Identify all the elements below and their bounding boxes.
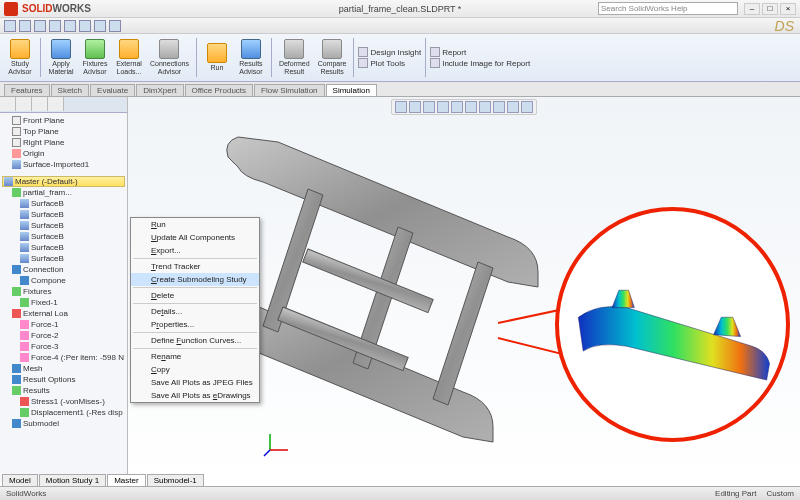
tab-features[interactable]: Features: [4, 84, 50, 96]
tree-results[interactable]: Results: [2, 385, 125, 396]
ds-logo-icon: DS: [775, 18, 794, 34]
tree-submodel[interactable]: Submodel: [2, 418, 125, 429]
connections-advisor-button[interactable]: ConnectionsAdvisor: [147, 36, 192, 79]
menu-copy[interactable]: Copy: [131, 363, 259, 376]
status-units: Custom: [766, 489, 794, 498]
tree-surfacebody[interactable]: SurfaceB: [2, 220, 125, 231]
tree-force[interactable]: Force-2: [2, 330, 125, 341]
tab-simulation[interactable]: Simulation: [326, 84, 377, 96]
tree-surfacebody[interactable]: SurfaceB: [2, 198, 125, 209]
tab-submodel[interactable]: Submodel-1: [147, 474, 204, 486]
submodel-callout: [555, 207, 790, 442]
menu-define-function-curves[interactable]: Define Function Curves...: [131, 334, 259, 347]
tab-flow-simulation[interactable]: Flow Simulation: [254, 84, 324, 96]
tree-force4[interactable]: Force-4 (:Per item: -598 N: [2, 352, 125, 363]
feature-tree-panel: Front Plane Top Plane Right Plane Origin…: [0, 97, 128, 482]
compare-results-button[interactable]: CompareResults: [315, 36, 350, 79]
tree-tab-property[interactable]: [16, 97, 32, 111]
menu-run[interactable]: Run: [131, 218, 259, 231]
tree-force[interactable]: Force-1: [2, 319, 125, 330]
options-icon[interactable]: [109, 20, 121, 32]
orientation-triad-icon[interactable]: [262, 428, 292, 458]
apply-material-button[interactable]: ApplyMaterial: [45, 36, 77, 79]
menu-save-all-plots-as-edrawings[interactable]: Save All Plots as eDrawings: [131, 389, 259, 402]
tree-top-plane[interactable]: Top Plane: [2, 126, 125, 137]
window-controls: – □ ×: [744, 3, 796, 15]
redo-icon[interactable]: [79, 20, 91, 32]
run-button[interactable]: Run: [201, 36, 233, 79]
tab-dimxpert[interactable]: DimXpert: [136, 84, 183, 96]
menu-export[interactable]: Export...: [131, 244, 259, 257]
menu-save-all-plots-as-jpeg-files[interactable]: Save All Plots as JPEG Files: [131, 376, 259, 389]
tree-surfacebody[interactable]: SurfaceB: [2, 253, 125, 264]
design-insight-button[interactable]: Design Insight: [358, 47, 421, 57]
plot-tools-icon: [358, 58, 368, 68]
print-icon[interactable]: [49, 20, 61, 32]
tree-tab-config[interactable]: [32, 97, 48, 111]
tree-external-loads[interactable]: External Loa: [2, 308, 125, 319]
tree-body: Front Plane Top Plane Right Plane Origin…: [0, 113, 127, 431]
undo-icon[interactable]: [64, 20, 76, 32]
new-icon[interactable]: [4, 20, 16, 32]
menu-separator: [133, 332, 257, 333]
plot-tools-button[interactable]: Plot Tools: [358, 58, 421, 68]
tree-front-plane[interactable]: Front Plane: [2, 115, 125, 126]
study-advisor-button[interactable]: StudyAdvisor: [4, 36, 36, 79]
svg-rect-0: [303, 249, 433, 313]
tree-right-plane[interactable]: Right Plane: [2, 137, 125, 148]
tab-evaluate[interactable]: Evaluate: [90, 84, 135, 96]
tab-master[interactable]: Master: [107, 474, 145, 486]
search-input[interactable]: Search SolidWorks Help: [598, 2, 738, 15]
tree-part[interactable]: partial_fram...: [2, 187, 125, 198]
tree-component[interactable]: Compone: [2, 275, 125, 286]
menu-create-submodeling-study[interactable]: Create Submodeling Study: [131, 273, 259, 286]
minimize-button[interactable]: –: [744, 3, 760, 15]
results-advisor-button[interactable]: ResultsAdvisor: [235, 36, 267, 79]
menu-update-all-components[interactable]: Update All Components: [131, 231, 259, 244]
fixtures-advisor-button[interactable]: FixturesAdvisor: [79, 36, 111, 79]
menu-trend-tracker[interactable]: Trend Tracker: [131, 260, 259, 273]
menu-separator: [133, 303, 257, 304]
svg-line-4: [264, 450, 270, 456]
tree-tab-display[interactable]: [48, 97, 64, 111]
tree-result-options[interactable]: Result Options: [2, 374, 125, 385]
status-bar: SolidWorks Editing Part Custom: [0, 486, 800, 500]
external-loads-button[interactable]: ExternalLoads...: [113, 36, 145, 79]
tree-origin[interactable]: Origin: [2, 148, 125, 159]
tree-surfacebody[interactable]: SurfaceB: [2, 242, 125, 253]
study-context-menu: RunUpdate All ComponentsExport...Trend T…: [130, 217, 260, 403]
menu-properties[interactable]: Properties...: [131, 318, 259, 331]
tree-stress[interactable]: Stress1 (-vonMises-): [2, 396, 125, 407]
tree-surface-imported[interactable]: Surface-Imported1: [2, 159, 125, 170]
tab-model[interactable]: Model: [2, 474, 38, 486]
tree-connections[interactable]: Connection: [2, 264, 125, 275]
tree-surfacebody[interactable]: SurfaceB: [2, 231, 125, 242]
tab-sketch[interactable]: Sketch: [51, 84, 89, 96]
tab-motion-study[interactable]: Motion Study 1: [39, 474, 106, 486]
tree-surfacebody[interactable]: SurfaceB: [2, 209, 125, 220]
bottom-tabs: Model Motion Study 1 Master Submodel-1: [2, 474, 205, 486]
tab-office-products[interactable]: Office Products: [185, 84, 254, 96]
tree-tab-feature[interactable]: [0, 97, 16, 111]
menu-delete[interactable]: Delete: [131, 289, 259, 302]
report-icon: [430, 47, 440, 57]
tree-displacement[interactable]: Displacement1 (-Res disp: [2, 407, 125, 418]
menu-separator: [133, 258, 257, 259]
tree-study-master[interactable]: Master (-Default-): [2, 176, 125, 187]
close-button[interactable]: ×: [780, 3, 796, 15]
tree-force[interactable]: Force-3: [2, 341, 125, 352]
open-icon[interactable]: [19, 20, 31, 32]
menu-rename[interactable]: Rename: [131, 350, 259, 363]
maximize-button[interactable]: □: [762, 3, 778, 15]
tree-tabs: [0, 97, 127, 113]
tree-fixtures[interactable]: Fixtures: [2, 286, 125, 297]
status-app: SolidWorks: [6, 489, 46, 498]
menu-details[interactable]: Details...: [131, 305, 259, 318]
deformed-result-button[interactable]: DeformedResult: [276, 36, 313, 79]
tree-fixed[interactable]: Fixed-1: [2, 297, 125, 308]
report-button[interactable]: Report: [430, 47, 530, 57]
tree-mesh[interactable]: Mesh: [2, 363, 125, 374]
rebuild-icon[interactable]: [94, 20, 106, 32]
save-icon[interactable]: [34, 20, 46, 32]
include-image-button[interactable]: Include Image for Report: [430, 58, 530, 68]
